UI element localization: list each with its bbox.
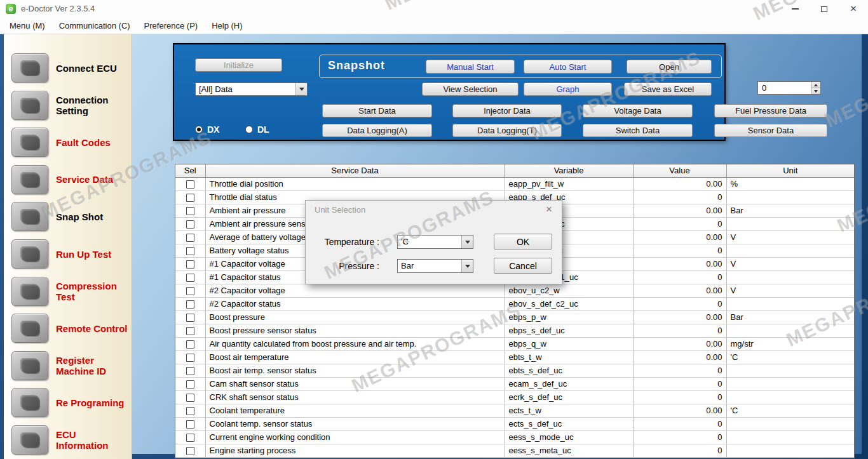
- temperature-value: 'C: [398, 236, 461, 248]
- cell-sel: [175, 177, 205, 190]
- cell-variable: ecrk_s_def_uc: [505, 390, 633, 404]
- cell-unit: Bar: [726, 310, 854, 324]
- pressure-select[interactable]: Bar: [397, 259, 473, 273]
- spinner-down-button[interactable]: [811, 88, 820, 94]
- sidebar-item-label: Service Data: [56, 165, 131, 194]
- sidebar-item-re-programing[interactable]: Re Programing: [4, 388, 132, 418]
- snap-shot-icon: [11, 202, 48, 231]
- row-checkbox[interactable]: [186, 260, 194, 269]
- row-checkbox[interactable]: [186, 220, 194, 229]
- table-row: Throttle dial positioneapp_pv_filt_w0.00…: [175, 177, 854, 190]
- row-checkbox[interactable]: [186, 367, 194, 375]
- dialog-close-icon[interactable]: ×: [543, 203, 555, 216]
- remote-control-icon: [11, 314, 48, 343]
- save-as-excel-button[interactable]: Save as Excel: [624, 83, 712, 96]
- register-machine-id-icon-art: [20, 358, 39, 373]
- sidebar-item-connect-ecu[interactable]: Connect ECU: [4, 53, 132, 84]
- cell-value: 0.00: [633, 310, 726, 324]
- initialize-button[interactable]: Initialize: [195, 58, 282, 72]
- cell-service-data: Boost pressure sensor status: [205, 324, 505, 337]
- menu-item-menu[interactable]: Menu (M): [3, 18, 52, 33]
- fuel-pressure-data-button[interactable]: Fuel Pressure Data: [714, 104, 827, 117]
- voltage-data-button[interactable]: Voltage Data: [583, 104, 693, 117]
- injector-data-button[interactable]: Injector Data: [452, 104, 562, 117]
- graph-button[interactable]: Graph: [524, 83, 612, 96]
- re-programing-icon: [11, 388, 48, 417]
- cell-sel: [175, 257, 205, 270]
- row-checkbox[interactable]: [186, 234, 194, 242]
- cell-value: 0: [633, 364, 726, 377]
- sidebar-item-service-data[interactable]: Service Data: [4, 165, 132, 196]
- sidebar-item-label: Snap Shot: [56, 202, 131, 231]
- sidebar-item-snap-shot[interactable]: Snap Shot: [4, 202, 132, 232]
- chevron-down-icon[interactable]: [461, 260, 473, 272]
- snapshot-count-spinner[interactable]: 0: [757, 81, 821, 95]
- row-checkbox[interactable]: [186, 407, 194, 415]
- sidebar-item-label: Register Machine ID: [56, 351, 131, 380]
- sidebar-item-run-up-test[interactable]: Run Up Test: [4, 239, 132, 270]
- open-button[interactable]: Open: [627, 60, 712, 74]
- ok-button[interactable]: OK: [494, 234, 552, 249]
- dx-radio[interactable]: DX: [195, 124, 219, 135]
- row-checkbox[interactable]: [186, 207, 194, 215]
- row-checkbox[interactable]: [186, 300, 194, 309]
- temperature-select[interactable]: 'C: [397, 235, 473, 249]
- sidebar-item-register-machine-id[interactable]: Register Machine ID: [4, 351, 132, 382]
- row-checkbox[interactable]: [186, 354, 194, 362]
- cell-sel: [175, 204, 205, 217]
- cancel-button[interactable]: Cancel: [494, 258, 552, 274]
- row-checkbox[interactable]: [186, 194, 194, 202]
- spinner-up-button[interactable]: [811, 82, 820, 88]
- menu-item-communication[interactable]: Communication (C): [52, 18, 137, 33]
- cell-unit: mg/str: [726, 337, 854, 350]
- column-header-variable: Variable: [505, 164, 633, 177]
- sidebar-item-fault-codes[interactable]: Fault Codes: [4, 128, 132, 158]
- row-checkbox[interactable]: [186, 340, 194, 349]
- auto-start-button[interactable]: Auto Start: [524, 60, 612, 74]
- sidebar-item-connection-setting[interactable]: Connection Setting: [4, 91, 132, 121]
- cell-variable: ebov_u_c2_w: [505, 284, 633, 297]
- data-logging-t-button[interactable]: Data Logging(T): [452, 124, 562, 137]
- cell-sel: [175, 377, 205, 390]
- cell-unit: [726, 417, 854, 430]
- row-checkbox[interactable]: [186, 394, 194, 402]
- cell-sel: [175, 297, 205, 310]
- menu-item-help[interactable]: Help (H): [205, 18, 249, 33]
- minimize-button[interactable]: [780, 0, 810, 18]
- row-checkbox[interactable]: [186, 434, 194, 442]
- switch-data-button[interactable]: Switch Data: [583, 124, 693, 137]
- row-checkbox[interactable]: [186, 274, 194, 282]
- row-checkbox[interactable]: [186, 314, 194, 322]
- manual-start-button[interactable]: Manual Start: [426, 60, 515, 74]
- chevron-down-icon[interactable]: [461, 236, 473, 248]
- chevron-down-icon[interactable]: [295, 83, 307, 95]
- sensor-data-button[interactable]: Sensor Data: [714, 124, 827, 137]
- row-checkbox[interactable]: [186, 327, 194, 335]
- cell-service-data: CRK shaft sensor status: [205, 390, 505, 404]
- view-selection-button[interactable]: View Selection: [422, 83, 519, 96]
- row-checkbox[interactable]: [186, 420, 194, 429]
- data-logging-a-button[interactable]: Data Logging(A): [322, 124, 432, 137]
- close-button[interactable]: ×: [839, 0, 868, 18]
- menu-item-preference[interactable]: Preference (P): [137, 18, 205, 33]
- sidebar-item-ecu-information[interactable]: ECU Information: [4, 425, 132, 456]
- row-checkbox[interactable]: [186, 287, 194, 295]
- data-filter-select[interactable]: [All] Data: [195, 83, 308, 96]
- row-checkbox[interactable]: [186, 247, 194, 255]
- cell-service-data: Boost air temp. sensor status: [205, 364, 505, 377]
- register-machine-id-icon: [11, 351, 48, 380]
- start-data-button[interactable]: Start Data: [322, 104, 432, 117]
- cell-value: 0: [633, 417, 726, 430]
- cell-value: 0: [633, 324, 726, 337]
- cell-sel: [175, 244, 205, 257]
- maximize-button[interactable]: [810, 0, 839, 18]
- dl-radio[interactable]: DL: [245, 124, 269, 135]
- cell-sel: [175, 270, 205, 284]
- row-checkbox[interactable]: [186, 180, 194, 189]
- row-checkbox[interactable]: [186, 447, 194, 455]
- sidebar-item-remote-control[interactable]: Remote Control: [4, 314, 132, 344]
- sidebar-item-compression-test[interactable]: Compression Test: [4, 277, 132, 307]
- cell-unit: [726, 377, 854, 390]
- cell-value: 0: [633, 217, 726, 230]
- row-checkbox[interactable]: [186, 380, 194, 389]
